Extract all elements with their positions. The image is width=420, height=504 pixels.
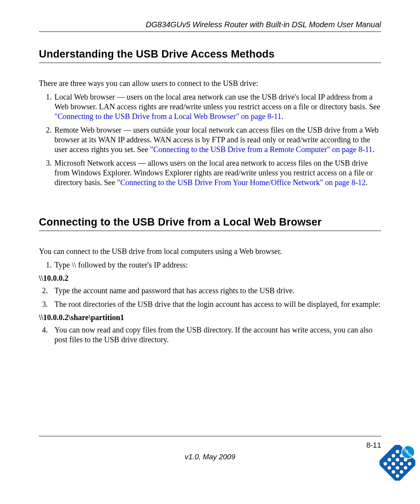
list-item: Remote Web browser — users outside your …: [54, 125, 381, 154]
list-item: Local Web browser — users on the local a…: [54, 92, 381, 121]
list-item: Type \\ followed by the router's IP addr…: [54, 260, 381, 270]
xref-link[interactable]: "Connecting to the USB Drive from a Loca…: [54, 112, 281, 121]
step-text: You can now read and copy files from the…: [54, 326, 373, 344]
step-text: The root directories of the USB drive th…: [54, 300, 380, 308]
list-text: .: [366, 178, 368, 187]
list-text: .: [281, 112, 283, 121]
page-number: 8-11: [39, 441, 381, 450]
xref-link[interactable]: "Connecting to the USB Drive From Your H…: [117, 178, 366, 187]
section-heading-1: Understanding the USB Drive Access Metho…: [39, 48, 381, 60]
section-rule-2: [39, 231, 381, 231]
list-text: Local Web browser — users on the local a…: [54, 93, 380, 111]
page-container: DG834GUv5 Wireless Router with Built-in …: [0, 0, 420, 504]
list-item: Microsoft Network access — allows users …: [54, 158, 381, 187]
list-item: Type the account name and password that …: [39, 286, 381, 296]
steps-list-3: You can now read and copy files from the…: [39, 325, 381, 345]
code-sample-ip: \\10.0.0.2: [39, 274, 381, 283]
telkom-logo-icon: Telkom: [380, 445, 415, 481]
steps-list-1: Type \\ followed by the router's IP addr…: [39, 260, 381, 270]
xref-link[interactable]: "Connecting to the USB Drive from a Remo…: [150, 145, 373, 154]
section-spacer: [39, 191, 381, 216]
section-rule-1: [39, 63, 381, 63]
section1-intro: There are three ways you can allow users…: [39, 79, 381, 88]
list-item: The root directories of the USB drive th…: [39, 299, 381, 309]
header-rule: [39, 32, 381, 32]
access-methods-list: Local Web browser — users on the local a…: [39, 92, 381, 187]
running-header: DG834GUv5 Wireless Router with Built-in …: [39, 20, 381, 29]
version-text: v1.0, May 2009: [39, 453, 381, 461]
step-text: Type \\ followed by the router's IP addr…: [54, 261, 188, 269]
steps-list-2: Type the account name and password that …: [39, 286, 381, 309]
footer-rule: [39, 436, 381, 436]
list-item: You can now read and copy files from the…: [39, 325, 381, 345]
list-text: .: [373, 145, 374, 154]
section2-intro: You can connect to the USB drive from lo…: [39, 247, 381, 256]
step-text: Type the account name and password that …: [54, 286, 294, 295]
section-heading-2: Connecting to the USB Drive from a Local…: [39, 216, 381, 228]
code-sample-path: \\10.0.0.2\share\partition1: [39, 313, 381, 322]
page-footer: 8-11 v1.0, May 2009: [39, 436, 381, 461]
